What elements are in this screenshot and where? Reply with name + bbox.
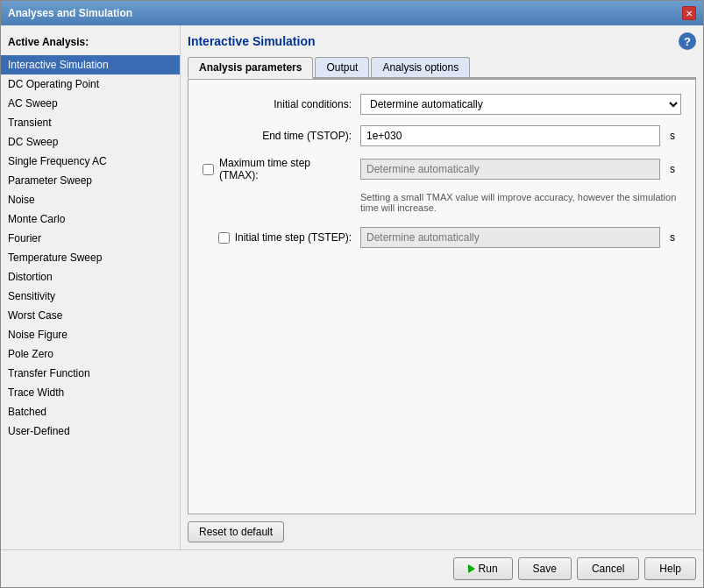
sidebar-item-batched[interactable]: Batched [1, 402, 180, 422]
max-timestep-unit: s [664, 163, 681, 175]
panel-header: Interactive Simulation ? [188, 32, 696, 50]
tab-content: Initial conditions: Determine automatica… [188, 79, 696, 514]
tab-bar: Analysis parameters Output Analysis opti… [188, 57, 696, 79]
sidebar-item-temperature-sweep[interactable]: Temperature Sweep [1, 248, 180, 267]
sidebar-title: Active Analysis: [1, 32, 180, 55]
sidebar: Active Analysis: Interactive Simulation … [1, 25, 181, 549]
max-timestep-input[interactable] [360, 159, 660, 180]
init-timestep-row: Initial time step (TSTEP): s [203, 227, 681, 248]
sidebar-item-distortion[interactable]: Distortion [1, 267, 180, 287]
init-timestep-label: Initial time step (TSTEP): [235, 231, 352, 244]
title-bar: Analyses and Simulation ✕ [1, 1, 703, 25]
window-title: Analyses and Simulation [8, 7, 132, 19]
end-time-input[interactable] [360, 125, 660, 146]
sidebar-item-noise-figure[interactable]: Noise Figure [1, 325, 180, 344]
initial-conditions-select[interactable]: Determine automatically Set to zero User… [360, 94, 681, 115]
sidebar-item-dc-sweep[interactable]: DC Sweep [1, 132, 180, 152]
sidebar-item-worst-case[interactable]: Worst Case [1, 306, 180, 325]
end-time-unit: s [664, 130, 681, 142]
sidebar-item-parameter-sweep[interactable]: Parameter Sweep [1, 171, 180, 190]
sidebar-item-pole-zero[interactable]: Pole Zero [1, 344, 180, 364]
tab-analysis-parameters[interactable]: Analysis parameters [188, 57, 313, 79]
sidebar-item-transfer-function[interactable]: Transfer Function [1, 364, 180, 383]
init-timestep-input[interactable] [360, 227, 660, 248]
action-buttons: Run Save Cancel Help [453, 557, 696, 580]
sidebar-item-single-frequency-ac[interactable]: Single Frequency AC [1, 152, 180, 171]
sidebar-item-interactive-simulation[interactable]: Interactive Simulation [1, 55, 180, 74]
sidebar-item-transient[interactable]: Transient [1, 113, 180, 132]
sidebar-item-monte-carlo[interactable]: Monte Carlo [1, 209, 180, 229]
sidebar-item-trace-width[interactable]: Trace Width [1, 383, 180, 402]
end-time-control [360, 125, 660, 146]
content-area: Active Analysis: Interactive Simulation … [1, 25, 703, 549]
sidebar-item-ac-sweep[interactable]: AC Sweep [1, 94, 180, 113]
help-icon-button[interactable]: ? [679, 32, 696, 50]
sidebar-item-fourier[interactable]: Fourier [1, 229, 180, 248]
max-timestep-label-area: Maximum time step (TMAX): [203, 157, 360, 181]
save-button[interactable]: Save [518, 557, 572, 580]
cancel-button[interactable]: Cancel [577, 557, 639, 580]
tab-analysis-options[interactable]: Analysis options [371, 57, 470, 77]
reset-to-default-button[interactable]: Reset to default [188, 521, 284, 542]
sidebar-item-user-defined[interactable]: User-Defined [1, 422, 180, 441]
max-timestep-label: Maximum time step (TMAX): [219, 157, 352, 181]
sidebar-item-dc-operating-point[interactable]: DC Operating Point [1, 74, 180, 94]
window-body: Active Analysis: Interactive Simulation … [1, 25, 703, 587]
init-timestep-unit: s [664, 231, 681, 244]
close-button[interactable]: ✕ [682, 6, 696, 20]
run-button[interactable]: Run [453, 557, 513, 580]
help-button[interactable]: Help [644, 557, 696, 580]
end-time-row: End time (TSTOP): s [203, 125, 681, 146]
sidebar-item-noise[interactable]: Noise [1, 190, 180, 209]
run-label: Run [479, 563, 498, 575]
end-time-label: End time (TSTOP): [203, 130, 360, 142]
initial-conditions-label: Initial conditions: [203, 98, 360, 110]
max-timestep-row: Maximum time step (TMAX): s [203, 157, 681, 181]
init-timestep-checkbox[interactable] [218, 232, 230, 244]
initial-conditions-control: Determine automatically Set to zero User… [360, 94, 681, 115]
reset-area: Reset to default [188, 514, 696, 542]
max-timestep-control [360, 159, 660, 180]
init-timestep-label-area: Initial time step (TSTEP): [203, 231, 360, 244]
max-timestep-checkbox[interactable] [203, 164, 214, 175]
sidebar-item-sensitivity[interactable]: Sensitivity [1, 287, 180, 306]
initial-conditions-row: Initial conditions: Determine automatica… [203, 94, 681, 115]
title-bar-controls: ✕ [682, 6, 696, 20]
tmax-note: Setting a small TMAX value will improve … [360, 192, 681, 213]
init-timestep-control [360, 227, 660, 248]
main-panel: Interactive Simulation ? Analysis parame… [181, 25, 703, 549]
panel-title: Interactive Simulation [188, 34, 315, 48]
bottom-bar: Run Save Cancel Help [1, 549, 703, 587]
tab-output[interactable]: Output [315, 57, 369, 77]
run-icon [468, 564, 475, 573]
main-window: Analyses and Simulation ✕ Active Analysi… [0, 0, 704, 588]
